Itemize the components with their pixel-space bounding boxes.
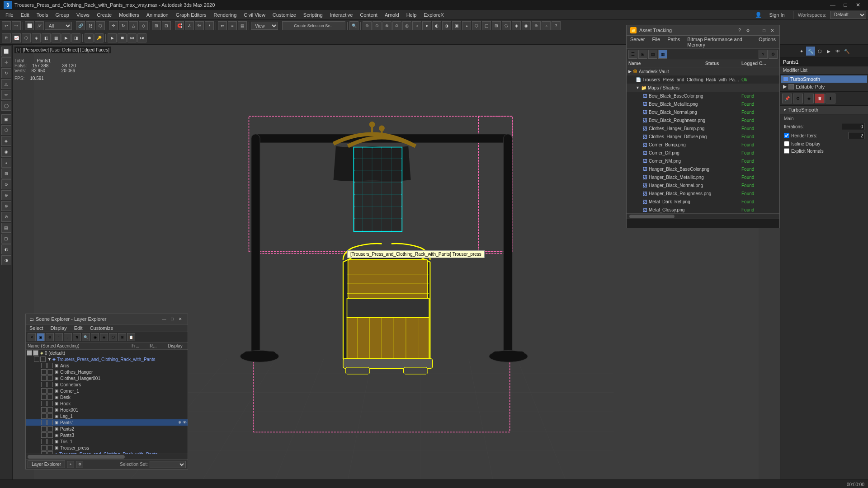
selection-filter-dropdown[interactable]: All xyxy=(45,22,72,30)
se-tb-1[interactable]: ✕ xyxy=(28,333,36,341)
menu-animation[interactable]: Animation xyxy=(143,11,172,19)
stop-button[interactable]: ⏹ xyxy=(118,33,127,42)
tool-6[interactable]: ○ xyxy=(412,21,421,30)
se-scrollbar-thumb[interactable] xyxy=(28,455,125,459)
configure-modifier-sets[interactable]: ⚙ xyxy=(793,94,803,103)
se-eye2-default[interactable] xyxy=(33,350,38,356)
lt-paint[interactable]: ✏ xyxy=(1,90,11,100)
tool-2[interactable]: ⊙ xyxy=(373,21,382,30)
rollout-header-ts[interactable]: ▼ TurboSmooth xyxy=(780,106,868,114)
se-eye-hook[interactable] xyxy=(41,401,47,406)
make-unique-button[interactable]: ◈ xyxy=(804,94,814,103)
lt-rotate[interactable]: ↻ xyxy=(1,68,11,78)
ts-isoline-check[interactable] xyxy=(784,141,789,146)
at-row-hanger-metallic[interactable]: 🖼 Hanger_Black_Metallic.png Found xyxy=(627,173,779,181)
auto-key-button[interactable]: ⏺ xyxy=(85,33,94,42)
at-menu-file[interactable]: File xyxy=(648,36,664,48)
cp-hierarchy-icon[interactable]: ⬡ xyxy=(815,47,824,56)
tool-1[interactable]: ⊕ xyxy=(363,21,372,30)
menu-graph-editors[interactable]: Graph Editors xyxy=(172,11,210,19)
mirror-button[interactable]: ⇔ xyxy=(218,21,227,30)
select-and-squash-button[interactable]: ◇ xyxy=(139,21,148,30)
viewport-dropdown[interactable]: View xyxy=(251,22,278,30)
se-tb-5[interactable]: ↓ xyxy=(64,333,72,341)
se-eye2-pants1[interactable] xyxy=(47,420,53,425)
se-eye2-ch001[interactable] xyxy=(47,375,53,381)
tool-9[interactable]: ◑ xyxy=(442,21,451,30)
open-mini-curve-editor[interactable]: 📈 xyxy=(12,33,21,42)
at-tb-list[interactable]: ☰ xyxy=(628,50,637,59)
se-tb-3[interactable]: ⊕ xyxy=(46,333,54,341)
se-row-leg1[interactable]: ▣ Leg_1 xyxy=(26,413,188,419)
se-eye2-arcs[interactable] xyxy=(47,363,53,368)
se-selection-set-dropdown[interactable] xyxy=(150,461,186,468)
maximize-button[interactable]: □ xyxy=(839,0,852,10)
at-row-bow-metallic[interactable]: 🖼 Bow_Black_Metallic.png Found xyxy=(627,100,779,108)
at-settings-btn[interactable]: ⚙ xyxy=(744,27,751,34)
reactor-button[interactable]: R xyxy=(2,33,11,42)
search-button[interactable]: 🔍 xyxy=(349,21,359,30)
undo-button[interactable]: ↩ xyxy=(2,21,11,30)
mod-eye-turbosmooth[interactable] xyxy=(783,76,788,82)
unlink-button[interactable]: ⛓ xyxy=(86,21,95,30)
at-input-field[interactable] xyxy=(627,219,779,228)
se-row-tris1[interactable]: ▣ Tris_1 xyxy=(26,438,188,445)
tool-4[interactable]: ⊘ xyxy=(392,21,401,30)
tool-8[interactable]: ◐ xyxy=(432,21,441,30)
se-eye2-desk[interactable] xyxy=(47,394,53,400)
se-eye-corner1[interactable] xyxy=(41,388,47,394)
se-menu-edit[interactable]: Edit xyxy=(71,324,86,332)
menu-modifiers[interactable]: Modifiers xyxy=(115,11,143,19)
tool-16[interactable]: ◈ xyxy=(512,21,521,30)
se-row-hook[interactable]: ▣ Hook xyxy=(26,400,188,407)
se-eye-hook001[interactable] xyxy=(41,407,47,413)
se-eye2-pants3[interactable] xyxy=(47,432,53,438)
se-eye2-hook001[interactable] xyxy=(47,407,53,413)
snaps-toggle-button[interactable]: 🧲 xyxy=(175,21,184,30)
menu-group[interactable]: Group xyxy=(52,11,73,19)
se-tb-2[interactable]: ▣ xyxy=(37,333,45,341)
select-object-button[interactable]: ⬜ xyxy=(25,21,34,30)
lt-b6[interactable]: ⊞ xyxy=(1,169,11,178)
cp-utilities-icon[interactable]: 🔨 xyxy=(842,47,851,56)
lt-move[interactable]: ✛ xyxy=(1,57,11,67)
ts-render-iters-input[interactable] xyxy=(849,132,864,139)
menu-interactive[interactable]: Interactive xyxy=(326,11,357,19)
se-eye2-ch[interactable] xyxy=(47,369,53,375)
menu-content[interactable]: Content xyxy=(356,11,381,19)
tool-19[interactable]: ⬦ xyxy=(542,21,551,30)
cp-motion-icon[interactable]: ▶ xyxy=(824,47,833,56)
select-by-name-button[interactable]: 𝓝 xyxy=(35,21,44,30)
se-eye-tp[interactable] xyxy=(41,445,47,450)
select-and-scale-button[interactable]: △ xyxy=(129,21,138,30)
se-tb-11[interactable]: ⊞ xyxy=(118,333,126,341)
menu-customize[interactable]: Customize xyxy=(269,11,300,19)
cp-create-icon[interactable]: ✦ xyxy=(797,47,806,56)
minimize-button[interactable]: — xyxy=(826,0,839,10)
se-tb-10[interactable]: ⬡ xyxy=(109,333,117,341)
select-and-rotate-button[interactable]: ↻ xyxy=(119,21,128,30)
align-button[interactable]: ≡ xyxy=(228,21,237,30)
se-row-hook001[interactable]: ▣ Hook001 xyxy=(26,407,188,413)
reference-coord-button[interactable]: ⊞ xyxy=(152,21,161,30)
menu-edit[interactable]: Edit xyxy=(17,11,33,19)
lt-scale[interactable]: △ xyxy=(1,79,11,89)
named-selection-sets-button[interactable]: Create Selection Se... xyxy=(282,21,345,30)
se-row-clothes-hanger001[interactable]: ▣ Clothes_Hanger001 xyxy=(26,375,188,381)
lt-b5[interactable]: ⬧ xyxy=(1,158,11,168)
se-tb-6[interactable]: ⇅ xyxy=(73,333,81,341)
tool-12[interactable]: ⬡ xyxy=(472,21,481,30)
menu-help[interactable]: Help xyxy=(403,11,420,19)
se-eye-desk[interactable] xyxy=(41,394,47,400)
menu-rendering[interactable]: Rendering xyxy=(210,11,241,19)
se-row-arcs[interactable]: ▣ Arcs xyxy=(26,362,188,369)
tool-15[interactable]: ⬠ xyxy=(502,21,511,30)
layer-manager-button[interactable]: ▤ xyxy=(238,21,247,30)
angle-snap-button[interactable]: ∠ xyxy=(185,21,194,30)
prev-frame-button[interactable]: ⏮ xyxy=(127,33,137,42)
render-frame-window[interactable]: ▩ xyxy=(52,33,61,42)
at-menu-options[interactable]: Options xyxy=(755,36,779,48)
menu-civil-view[interactable]: Civil View xyxy=(240,11,269,19)
at-row-corner-dif[interactable]: 🖼 Corner_Dif.png Found xyxy=(627,149,779,157)
ts-render-iters-check[interactable] xyxy=(784,133,789,138)
